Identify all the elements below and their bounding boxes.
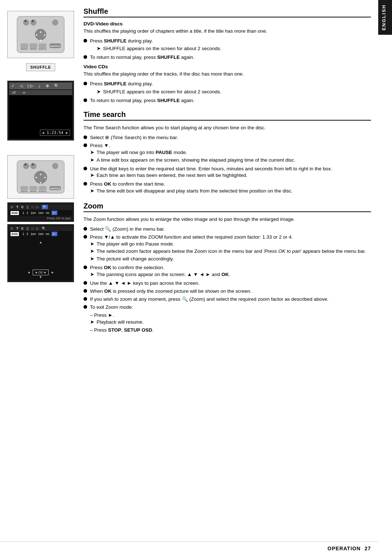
arrow-item: ➤ Playback will resume. [90,319,154,326]
list-item: Select ⊕ (Time Search) in the menu bar. [83,134,371,141]
arrow-item: ➤ A time edit box appears on the screen,… [90,157,295,164]
arrow-item: ➤ The player will now go into PAUSE mode… [90,149,187,156]
arrow-text: The picture will change accordingly. [97,256,174,263]
svg-rect-11 [21,44,28,48]
dvd-lang-1en: 1en [30,211,36,215]
dvd-label-2: DVD [11,232,19,236]
time-search-section: Time search The Time Search function all… [83,110,371,195]
arrow-item: ➤ The time edit box will disappear and p… [90,188,293,195]
arrow-text: SHUFFLE appears on the screen for about … [103,45,221,52]
svg-text:REPEAT: REPEAT [30,190,37,193]
list-item: Press ▼/▲ to activate the ZOOM function … [83,234,371,264]
svg-rect-31 [30,186,37,190]
dvd-bullets: Press SHUFFLE during play. ➤ SHUFFLE app… [83,38,371,61]
left-column: ▲ ▼ ◄ ► SHUFFLE REPEAT REPEAT SHUFFLE SH… [7,7,80,340]
ts-bullet-1: Select ⊕ (Time Search) in the menu bar. [90,134,371,141]
operation-footer: OPERATION 27 [0,542,378,555]
bullet-dot [83,235,87,239]
zoom-bullets: Select 🔍 (Zoom) in the menu bar. Press ▼… [83,226,371,334]
zoom-bullet-2: Press ▼/▲ to activate the ZOOM function … [90,234,293,241]
right-column: Shuffle DVD-Video discs This shuffles th… [80,7,371,340]
arrow-item: ➤ The player will go into Pause mode. [90,241,174,248]
svg-rect-32 [39,186,46,190]
ts-bullet-3: Use the digit keys to enter the required… [90,166,332,173]
zoom-bullet-1: Select 🔍 (Zoom) in the menu bar. [90,226,371,233]
shuffle-title: Shuffle [83,7,371,17]
bullet-dot [83,167,87,170]
arrow-symbol: ➤ [97,89,101,96]
ts-bullet-4: Press OK to confirm the start time. [90,181,165,188]
svg-point-22 [52,163,58,169]
arrow-item: ➤ The picture will change accordingly. [90,256,174,263]
zoom-icon-highlight: 🔍 [42,205,48,209]
arrow-item: ➤ SHUFFLE appears on the screen for abou… [97,45,221,52]
bullet-dot [83,305,87,309]
bullet-dot [83,297,87,301]
list-item: ➤ SHUFFLE appears on the screen for abou… [83,89,371,96]
bullet-dot [83,227,87,231]
arrow-text: SHUFFLE appears on the screen for about … [103,89,221,96]
menu-off-label: off [12,91,16,94]
svg-text:SHUFFLE: SHUFFLE [50,187,60,190]
bullet-dot [83,55,87,59]
arrow-symbol: ➤ [90,241,94,248]
svg-rect-12 [30,44,37,48]
english-tab: ENGLISH [378,0,392,35]
svg-text:SHUFFLE: SHUFFLE [38,190,47,193]
arrow-text: The panning icons appear on the screen: … [97,271,230,278]
operation-label: OPERATION 27 [327,546,371,551]
arrow-item: ➤ The selected zoom factor appears below… [90,248,366,255]
svg-text:►: ► [44,176,47,179]
vcd-bullet-1: Press SHUFFLE during play. [90,81,371,88]
bullet-dot [83,82,87,85]
svg-text:◄: ◄ [35,33,38,37]
arrow-symbol: ➤ [90,172,94,179]
bullet-dot [83,135,87,139]
list-item: When OK is pressed only the zoomed pictu… [83,288,371,295]
arrow-text: The time edit box will disappear and pla… [97,188,293,195]
list-item: To exit Zoom mode: – Press ►. ➤ Playback… [83,304,371,334]
svg-point-23 [24,163,26,166]
list-item: Use the digit keys to enter the required… [83,166,371,180]
vcd-section-title: Video CDs [83,64,371,69]
zoom-bullet-4: Use the ▲ ▼ ◄ ► keys to pan across the s… [90,280,371,287]
time-search-intro: The Time Search function allows you to s… [83,124,371,131]
vcd-intro-text: This shuffles the playing order of the t… [83,70,371,78]
zoom-remote-image: ▲ ▼ ◄ ► SHUFFLE REPEAT REPEAT SHUFFLE [7,155,74,199]
list-item: Select 🔍 (Zoom) in the menu bar. [83,226,371,233]
zoom-screen-2: ⊙ T C (( □ ▷ 🔍 DVD 1 2 1en 1en no 2↑ ▲ [7,224,74,282]
svg-text:REPEAT: REPEAT [21,190,28,193]
svg-text:◄: ◄ [34,176,37,179]
bullet-dot [83,98,87,102]
svg-text:▼: ▼ [39,181,42,185]
list-item: To return to normal play, press SHUFFLE … [83,97,371,104]
shuffle-section: Shuffle DVD-Video discs This shuffles th… [83,7,371,104]
press-ok-label: Press OK to pan [9,216,72,220]
arrow-item: ➤ SHUFFLE appears on the screen for abou… [97,89,221,96]
arrow-text: The selected zoom factor appears below t… [97,248,366,255]
arrow-text: Playback will resume. [97,319,144,326]
ok-button-overlay: ►OK◄ [33,270,49,275]
arrow-symbol: ➤ [90,248,94,255]
bullet-dot [83,289,87,293]
arrow-symbol: ➤ [90,157,94,164]
dvd-section-title: DVD-Video discs [83,21,371,27]
arrow-text: Each time an item has been entered, the … [97,172,248,179]
zoom-intro: The Zoom function allows you to enlarge … [83,216,371,223]
time-search-bullets: Select ⊕ (Time Search) in the menu bar. … [83,134,371,195]
menu-st-label: st [23,91,25,94]
arrow-symbol: ➤ [90,271,94,278]
bullet-dot [83,266,87,269]
svg-text:SHUFFLE: SHUFFLE [50,45,60,47]
page-number: 27 [364,546,371,551]
arrow-item: ➤ The panning icons appear on the screen… [90,271,230,278]
shuffle-button-label: SHUFFLE [26,63,55,71]
dvd-track-1: 1 [23,211,24,215]
svg-text:►: ► [44,33,46,37]
time-counter: ◄ 1:23:54 ► [40,130,70,136]
zoom-section: Zoom The Zoom function allows you to enl… [83,202,371,334]
arrow-item: ➤ Each time an item has been entered, th… [90,172,248,179]
bullet-dot [83,281,87,285]
dvd-bullet-1: Press SHUFFLE during play. [90,38,371,45]
dvd-track-2: 2 [26,211,28,215]
